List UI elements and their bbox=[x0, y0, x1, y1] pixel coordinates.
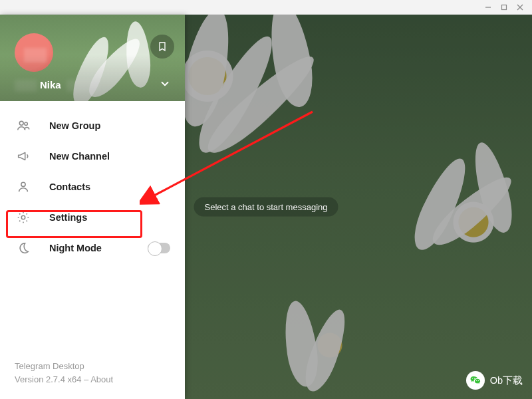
watermark-text: Ob下载 bbox=[490, 374, 523, 387]
app-name: Telegram Desktop bbox=[15, 360, 170, 373]
drawer-header: Nika bbox=[0, 15, 185, 101]
avatar[interactable] bbox=[15, 33, 53, 72]
sidebar-drawer: Nika New Group New Channel bbox=[0, 15, 185, 399]
menu-label: Night Mode bbox=[49, 243, 102, 253]
empty-chat-hint: Select a chat to start messaging bbox=[194, 198, 338, 217]
menu-item-new-group[interactable]: New Group bbox=[0, 110, 185, 141]
group-icon bbox=[15, 118, 32, 133]
menu-item-settings[interactable]: Settings bbox=[0, 202, 185, 233]
maximize-button[interactable] bbox=[496, 1, 512, 14]
menu-label: Settings bbox=[49, 212, 87, 223]
menu-item-contacts[interactable]: Contacts bbox=[0, 172, 185, 202]
username: Nika bbox=[40, 79, 61, 90]
svg-point-7 bbox=[21, 215, 25, 219]
drawer-footer: Telegram Desktop Version 2.7.4 x64 – Abo… bbox=[0, 360, 185, 399]
gear-icon bbox=[15, 210, 32, 225]
close-button[interactable] bbox=[512, 1, 528, 14]
saved-messages-button[interactable] bbox=[150, 35, 174, 59]
moon-icon bbox=[15, 241, 32, 255]
svg-rect-1 bbox=[502, 5, 507, 9]
svg-point-6 bbox=[21, 182, 25, 186]
night-mode-toggle[interactable] bbox=[148, 243, 170, 253]
bookmark-icon bbox=[157, 41, 168, 52]
menu-label: New Channel bbox=[49, 151, 110, 162]
titlebar bbox=[0, 0, 532, 15]
svg-point-5 bbox=[25, 122, 27, 125]
menu-item-night-mode[interactable]: Night Mode bbox=[0, 233, 185, 263]
minimize-button[interactable] bbox=[480, 1, 496, 14]
menu-item-new-channel[interactable]: New Channel bbox=[0, 141, 185, 172]
menu: New Group New Channel Contacts Settings bbox=[0, 101, 185, 263]
version-line[interactable]: Version 2.7.4 x64 – About bbox=[15, 373, 170, 386]
chevron-down-icon bbox=[159, 78, 171, 90]
person-icon bbox=[15, 180, 32, 194]
menu-label: Contacts bbox=[49, 182, 90, 192]
menu-label: New Group bbox=[49, 120, 100, 131]
megaphone-icon bbox=[15, 149, 32, 164]
account-expand-button[interactable] bbox=[157, 76, 173, 92]
wechat-icon bbox=[466, 371, 485, 390]
svg-point-4 bbox=[19, 121, 23, 125]
watermark: Ob下载 bbox=[466, 371, 523, 390]
